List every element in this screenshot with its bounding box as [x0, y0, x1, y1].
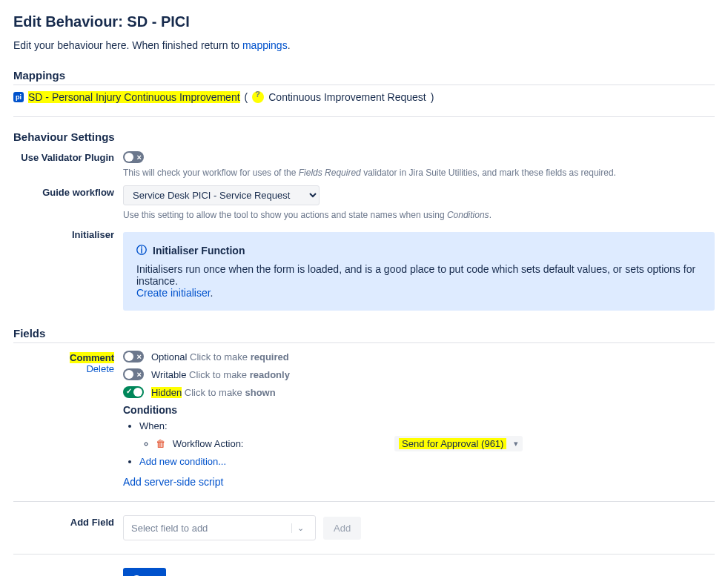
add-server-side-script-link[interactable]: Add server-side script [123, 476, 223, 488]
validator-hint-post: validator in Jira Suite Utilities, and m… [361, 168, 616, 178]
page-title: Edit Behaviour: SD - PICI [13, 13, 715, 30]
when-label: When: [139, 420, 168, 431]
add-field-label: Add Field [70, 517, 114, 528]
optional-status: Optional Click to make required [151, 351, 289, 363]
mapping-project-name: SD - Personal Injury Continuous Improvem… [28, 91, 240, 103]
add-field-select[interactable]: Select field to add ⌄ [123, 515, 316, 540]
add-new-condition-link[interactable]: Add new condition... [139, 456, 226, 467]
writable-status: Writable Click to make readonly [151, 369, 290, 380]
hidden-status-text: Hidden [151, 387, 182, 398]
mapping-row: pi SD - Personal Injury Continuous Impro… [13, 91, 715, 103]
workflow-action-select[interactable]: Send for Approval (961) ▾ [394, 436, 523, 451]
intro-prefix: Edit your behaviour here. When finished … [13, 39, 242, 51]
condition-workflow-action: 🗑 Workflow Action: Send for Approval (96… [156, 436, 715, 451]
optional-action-pre: Click to make [190, 351, 251, 363]
behaviour-settings-heading: Behaviour Settings [13, 130, 715, 143]
validator-hint-pre: This will check your workflow for uses o… [123, 168, 299, 178]
chevron-down-icon: ▾ [514, 439, 518, 448]
divider [13, 116, 715, 117]
workflow-action-value: Send for Approval (961) [399, 438, 506, 449]
info-icon: ⓘ [136, 244, 147, 257]
guide-hint-em: Conditions [447, 210, 489, 220]
initialiser-panel-text: Initialisers run once when the form is l… [136, 263, 701, 287]
optional-status-text: Optional [151, 351, 187, 363]
add-field-placeholder: Select field to add [131, 523, 208, 534]
guide-workflow-label: Guide workflow [42, 187, 114, 198]
guide-hint-pre: Use this setting to allow the tool to sh… [123, 210, 447, 220]
paren-open: ( [245, 91, 248, 103]
workflow-action-label: Workflow Action: [173, 438, 244, 449]
divider [13, 501, 715, 502]
writable-status-text: Writable [151, 369, 186, 380]
conditions-title: Conditions [123, 404, 715, 416]
intro-text: Edit your behaviour here. When finished … [13, 39, 715, 51]
add-button[interactable]: Add [323, 517, 361, 540]
writable-action-bold: readonly [250, 369, 290, 380]
field-delete-link[interactable]: Delete [86, 363, 114, 374]
guide-workflow-select[interactable]: Service Desk PICI - Service Request [123, 185, 320, 205]
issuetype-icon [252, 91, 264, 103]
hidden-action-bold: shown [245, 387, 275, 398]
hidden-action-pre: Click to make [185, 387, 245, 398]
create-initialiser-link[interactable]: Create initialiser [136, 287, 211, 299]
save-button[interactable]: Save [123, 568, 166, 576]
validator-label: Use Validator Plugin [21, 152, 114, 163]
divider [13, 554, 715, 555]
condition-when: When: 🗑 Workflow Action: Send for Approv… [139, 420, 715, 451]
project-icon: pi [13, 92, 24, 102]
hidden-status: Hidden Click to make shown [151, 387, 276, 398]
validator-toggle[interactable]: × [123, 151, 144, 163]
initialiser-panel-title: Initialiser Function [153, 245, 245, 256]
validator-hint: This will check your workflow for uses o… [123, 168, 715, 178]
writable-toggle[interactable]: × [123, 368, 144, 380]
writable-action-pre: Click to make [189, 369, 250, 380]
paren-close: ) [431, 91, 434, 103]
guide-workflow-hint: Use this setting to allow the tool to sh… [123, 210, 715, 220]
hidden-toggle[interactable]: ✓ [123, 386, 144, 398]
fields-heading: Fields [13, 327, 715, 343]
intro-suffix: . [288, 39, 291, 51]
optional-action-bold: required [251, 351, 289, 363]
initialiser-label: Initialiser [72, 229, 114, 240]
optional-toggle[interactable]: × [123, 351, 144, 363]
mappings-heading: Mappings [13, 69, 715, 85]
delete-condition-icon[interactable]: 🗑 [156, 438, 165, 449]
chevron-down-icon: ⌄ [291, 523, 309, 533]
field-row-name: Comment [70, 352, 114, 363]
initialiser-panel: ⓘ Initialiser Function Initialisers run … [123, 232, 715, 311]
validator-hint-em: Fields Required [299, 168, 361, 178]
initialiser-punct: . [211, 287, 214, 299]
mappings-link[interactable]: mappings [242, 39, 288, 51]
guide-hint-post: . [489, 210, 492, 220]
mapping-issue-type: Continuous Improvement Request [268, 91, 426, 103]
